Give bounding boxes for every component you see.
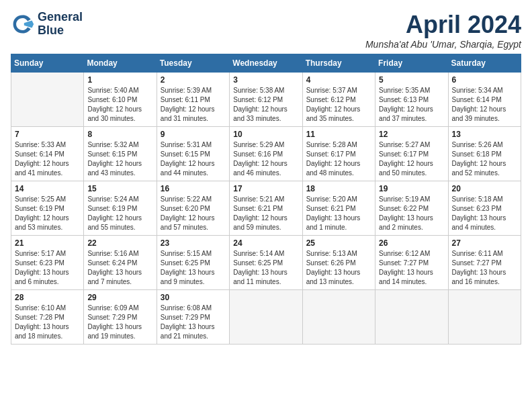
day-number: 18 bbox=[306, 184, 371, 193]
day-number: 23 bbox=[161, 238, 226, 248]
calendar-cell: 24Sunrise: 5:14 AMSunset: 6:25 PMDayligh… bbox=[230, 236, 302, 290]
day-info: Sunrise: 5:15 AMSunset: 6:25 PMDaylight:… bbox=[161, 249, 226, 287]
day-number: 22 bbox=[87, 238, 152, 248]
calendar-cell: 19Sunrise: 5:19 AMSunset: 6:22 PMDayligh… bbox=[375, 181, 448, 236]
day-number: 16 bbox=[161, 184, 226, 193]
day-info: Sunrise: 5:33 AMSunset: 6:14 PMDaylight:… bbox=[15, 140, 80, 178]
location-subtitle: Munsha'at Abu 'Umar, Sharqia, Egypt bbox=[365, 39, 521, 50]
calendar-cell: 4Sunrise: 5:37 AMSunset: 6:12 PMDaylight… bbox=[302, 73, 375, 127]
week-row-4: 21Sunrise: 5:17 AMSunset: 6:23 PMDayligh… bbox=[11, 236, 521, 290]
day-number: 27 bbox=[452, 238, 517, 248]
calendar-cell bbox=[230, 290, 302, 345]
header-saturday: Saturday bbox=[448, 54, 521, 73]
day-number: 10 bbox=[233, 130, 298, 139]
day-info: Sunrise: 5:24 AMSunset: 6:19 PMDaylight:… bbox=[87, 195, 152, 232]
day-number: 3 bbox=[233, 75, 298, 85]
calendar-cell: 30Sunrise: 6:08 AMSunset: 7:29 PMDayligh… bbox=[157, 290, 229, 345]
calendar-cell bbox=[302, 290, 375, 345]
day-info: Sunrise: 5:29 AMSunset: 6:16 PMDaylight:… bbox=[233, 140, 298, 178]
day-number: 1 bbox=[87, 75, 152, 85]
day-info: Sunrise: 5:21 AMSunset: 6:21 PMDaylight:… bbox=[233, 195, 298, 232]
header-tuesday: Tuesday bbox=[157, 54, 229, 73]
calendar-cell: 5Sunrise: 5:35 AMSunset: 6:13 PMDaylight… bbox=[375, 73, 448, 127]
logo-icon bbox=[11, 12, 35, 36]
week-row-3: 14Sunrise: 5:25 AMSunset: 6:19 PMDayligh… bbox=[11, 181, 521, 236]
logo-text: General Blue bbox=[38, 11, 83, 38]
day-number: 14 bbox=[15, 184, 80, 193]
day-info: Sunrise: 5:27 AMSunset: 6:17 PMDaylight:… bbox=[379, 140, 444, 178]
page-header: General Blue April 2024 Munsha'at Abu 'U… bbox=[11, 11, 521, 50]
calendar-cell: 16Sunrise: 5:22 AMSunset: 6:20 PMDayligh… bbox=[157, 181, 229, 236]
day-info: Sunrise: 5:20 AMSunset: 6:21 PMDaylight:… bbox=[306, 195, 371, 232]
day-number: 17 bbox=[233, 184, 298, 193]
day-number: 2 bbox=[161, 75, 226, 85]
day-number: 24 bbox=[233, 238, 298, 248]
day-number: 8 bbox=[87, 130, 152, 139]
day-number: 13 bbox=[452, 130, 517, 139]
day-info: Sunrise: 6:09 AMSunset: 7:29 PMDaylight:… bbox=[87, 304, 152, 341]
calendar-cell: 27Sunrise: 6:11 AMSunset: 7:27 PMDayligh… bbox=[448, 236, 521, 290]
calendar-cell: 12Sunrise: 5:27 AMSunset: 6:17 PMDayligh… bbox=[375, 127, 448, 181]
calendar-cell: 22Sunrise: 5:16 AMSunset: 6:24 PMDayligh… bbox=[84, 236, 157, 290]
day-info: Sunrise: 5:18 AMSunset: 6:23 PMDaylight:… bbox=[452, 195, 517, 232]
header-wednesday: Wednesday bbox=[230, 54, 302, 73]
calendar-cell: 11Sunrise: 5:28 AMSunset: 6:17 PMDayligh… bbox=[302, 127, 375, 181]
calendar-cell: 28Sunrise: 6:10 AMSunset: 7:28 PMDayligh… bbox=[11, 290, 84, 345]
day-number: 20 bbox=[452, 184, 517, 193]
day-info: Sunrise: 5:40 AMSunset: 6:10 PMDaylight:… bbox=[87, 86, 152, 124]
calendar-cell: 21Sunrise: 5:17 AMSunset: 6:23 PMDayligh… bbox=[11, 236, 84, 290]
calendar-cell bbox=[375, 290, 448, 345]
day-number: 6 bbox=[452, 75, 517, 85]
calendar-cell: 2Sunrise: 5:39 AMSunset: 6:11 PMDaylight… bbox=[157, 73, 229, 127]
day-info: Sunrise: 5:25 AMSunset: 6:19 PMDaylight:… bbox=[15, 195, 80, 232]
calendar-cell bbox=[11, 73, 84, 127]
calendar-cell: 17Sunrise: 5:21 AMSunset: 6:21 PMDayligh… bbox=[230, 181, 302, 236]
day-number: 7 bbox=[15, 130, 80, 139]
calendar-header-row: SundayMondayTuesdayWednesdayThursdayFrid… bbox=[11, 54, 521, 73]
day-number: 5 bbox=[379, 75, 444, 85]
calendar-cell: 23Sunrise: 5:15 AMSunset: 6:25 PMDayligh… bbox=[157, 236, 229, 290]
calendar-cell: 13Sunrise: 5:26 AMSunset: 6:18 PMDayligh… bbox=[448, 127, 521, 181]
day-info: Sunrise: 6:11 AMSunset: 7:27 PMDaylight:… bbox=[452, 249, 517, 287]
day-info: Sunrise: 5:34 AMSunset: 6:14 PMDaylight:… bbox=[452, 86, 517, 124]
day-info: Sunrise: 5:39 AMSunset: 6:11 PMDaylight:… bbox=[161, 86, 226, 124]
day-number: 30 bbox=[161, 293, 226, 302]
calendar-cell: 26Sunrise: 6:12 AMSunset: 7:27 PMDayligh… bbox=[375, 236, 448, 290]
header-thursday: Thursday bbox=[302, 54, 375, 73]
day-info: Sunrise: 5:19 AMSunset: 6:22 PMDaylight:… bbox=[379, 195, 444, 232]
day-number: 4 bbox=[306, 75, 371, 85]
day-info: Sunrise: 5:26 AMSunset: 6:18 PMDaylight:… bbox=[452, 140, 517, 178]
week-row-2: 7Sunrise: 5:33 AMSunset: 6:14 PMDaylight… bbox=[11, 127, 521, 181]
day-number: 25 bbox=[306, 238, 371, 248]
day-number: 11 bbox=[306, 130, 371, 139]
calendar-cell: 29Sunrise: 6:09 AMSunset: 7:29 PMDayligh… bbox=[84, 290, 157, 345]
calendar-cell: 25Sunrise: 5:13 AMSunset: 6:26 PMDayligh… bbox=[302, 236, 375, 290]
day-info: Sunrise: 5:16 AMSunset: 6:24 PMDaylight:… bbox=[87, 249, 152, 287]
day-number: 26 bbox=[379, 238, 444, 248]
day-info: Sunrise: 5:13 AMSunset: 6:26 PMDaylight:… bbox=[306, 249, 371, 287]
calendar-cell: 9Sunrise: 5:31 AMSunset: 6:15 PMDaylight… bbox=[157, 127, 229, 181]
day-info: Sunrise: 5:32 AMSunset: 6:15 PMDaylight:… bbox=[87, 140, 152, 178]
day-number: 29 bbox=[87, 293, 152, 302]
day-info: Sunrise: 5:37 AMSunset: 6:12 PMDaylight:… bbox=[306, 86, 371, 124]
header-sunday: Sunday bbox=[11, 54, 84, 73]
title-block: April 2024 Munsha'at Abu 'Umar, Sharqia,… bbox=[365, 11, 521, 50]
day-number: 9 bbox=[161, 130, 226, 139]
calendar-table: SundayMondayTuesdayWednesdayThursdayFrid… bbox=[11, 54, 521, 345]
week-row-5: 28Sunrise: 6:10 AMSunset: 7:28 PMDayligh… bbox=[11, 290, 521, 345]
day-info: Sunrise: 5:17 AMSunset: 6:23 PMDaylight:… bbox=[15, 249, 80, 287]
calendar-cell bbox=[448, 290, 521, 345]
header-friday: Friday bbox=[375, 54, 448, 73]
day-number: 28 bbox=[15, 293, 80, 302]
calendar-cell: 10Sunrise: 5:29 AMSunset: 6:16 PMDayligh… bbox=[230, 127, 302, 181]
week-row-1: 1Sunrise: 5:40 AMSunset: 6:10 PMDaylight… bbox=[11, 73, 521, 127]
day-info: Sunrise: 5:28 AMSunset: 6:17 PMDaylight:… bbox=[306, 140, 371, 178]
day-info: Sunrise: 5:31 AMSunset: 6:15 PMDaylight:… bbox=[161, 140, 226, 178]
day-info: Sunrise: 5:35 AMSunset: 6:13 PMDaylight:… bbox=[379, 86, 444, 124]
day-info: Sunrise: 6:10 AMSunset: 7:28 PMDaylight:… bbox=[15, 304, 80, 341]
day-number: 15 bbox=[87, 184, 152, 193]
day-number: 21 bbox=[15, 238, 80, 248]
calendar-cell: 15Sunrise: 5:24 AMSunset: 6:19 PMDayligh… bbox=[84, 181, 157, 236]
day-info: Sunrise: 6:08 AMSunset: 7:29 PMDaylight:… bbox=[161, 304, 226, 341]
day-number: 19 bbox=[379, 184, 444, 193]
